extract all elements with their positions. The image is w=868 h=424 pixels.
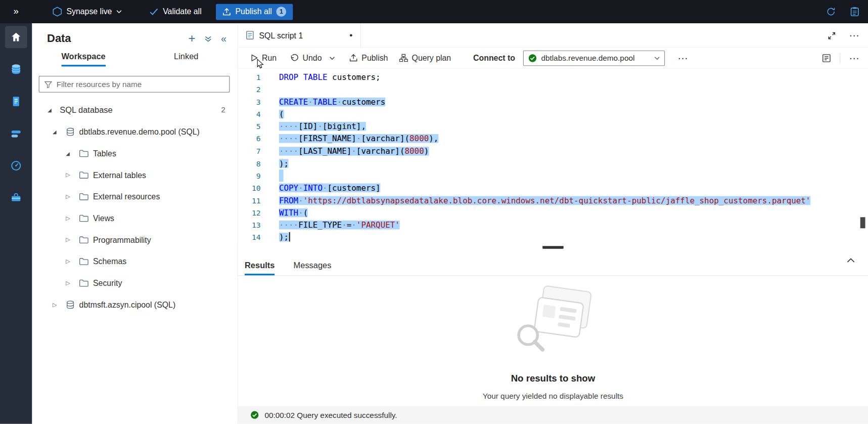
- scrollbar-thumb[interactable]: [860, 217, 865, 228]
- tree-item-label: Views: [93, 214, 114, 223]
- line-number: 2: [238, 83, 261, 96]
- tab-messages[interactable]: Messages: [294, 249, 332, 275]
- collapse-node-icon[interactable]: ◢: [48, 107, 55, 113]
- chevron-up-icon[interactable]: [847, 258, 854, 263]
- validate-all-button[interactable]: Validate all: [150, 7, 202, 16]
- nav-manage[interactable]: [5, 187, 27, 209]
- connection-name: dbtlabs.revenue.demo.pool: [541, 54, 650, 63]
- tab-results[interactable]: Results: [245, 249, 275, 275]
- splitter-handle[interactable]: [542, 246, 564, 248]
- code-text: WITH·(: [279, 206, 308, 219]
- folder-icon: [79, 171, 89, 179]
- tab-results-label: Results: [245, 261, 275, 276]
- code-line[interactable]: 11FROM·'https://dbtlabsynapsedatalake.bl…: [238, 194, 868, 206]
- add-resource-button[interactable]: +: [188, 33, 195, 44]
- refresh-icon[interactable]: [826, 7, 836, 17]
- run-label: Run: [262, 54, 277, 63]
- code-line[interactable]: 12WITH·(: [238, 206, 868, 219]
- toolbox-icon: [10, 192, 22, 204]
- empty-results-illustration: [506, 285, 600, 362]
- code-line[interactable]: 10COPY·INTO·[customers]: [238, 182, 868, 194]
- tab-linked[interactable]: Linked: [135, 52, 238, 70]
- code-line[interactable]: 3CREATE·TABLE·customers: [238, 96, 868, 108]
- tree-item[interactable]: ▷Schemas: [32, 250, 238, 272]
- code-line[interactable]: 4(: [238, 108, 868, 120]
- expand-node-icon[interactable]: ▷: [66, 280, 73, 286]
- code-line[interactable]: 8);: [238, 157, 868, 169]
- nav-monitor[interactable]: [5, 155, 27, 177]
- tab-messages-label: Messages: [294, 261, 332, 276]
- pool-icon: [66, 127, 75, 136]
- doc-tab-title: SQL script 1: [259, 31, 303, 40]
- line-number: 10: [238, 182, 261, 194]
- expand-editor-icon[interactable]: [828, 31, 836, 39]
- query-plan-button[interactable]: Query plan: [399, 54, 451, 63]
- code-line[interactable]: 9: [238, 169, 868, 182]
- code-text: DROP TABLE customers;: [279, 71, 381, 83]
- tab-sql-script-1[interactable]: SQL script 1 ●: [238, 23, 361, 47]
- script-toolbar: Run Undo Publish: [238, 48, 868, 69]
- expand-node-icon[interactable]: ▷: [66, 193, 73, 199]
- results-tabbar: Results Messages: [238, 249, 868, 276]
- code-text: );: [279, 157, 289, 169]
- tabstrip-more-icon[interactable]: ⋯: [849, 33, 859, 38]
- nav-integrate[interactable]: [5, 122, 27, 145]
- expand-node-icon[interactable]: ▷: [66, 172, 73, 178]
- line-number: 13: [238, 219, 261, 231]
- undo-button[interactable]: Undo: [290, 54, 322, 63]
- code-text: (: [279, 108, 284, 120]
- expand-node-icon[interactable]: ▷: [66, 215, 73, 221]
- publish-count-badge: 1: [277, 7, 287, 17]
- tree-item[interactable]: ▷Views: [32, 207, 238, 229]
- tree-item[interactable]: ◢dbtlabs.revenue.demo.pool (SQL): [32, 121, 238, 143]
- publish-all-button[interactable]: Publish all 1: [216, 4, 293, 20]
- database-icon: [10, 63, 22, 75]
- tree-item[interactable]: ▷External tables: [32, 164, 238, 186]
- run-button[interactable]: Run: [250, 54, 277, 63]
- expand-rail-icon[interactable]: »: [0, 6, 32, 17]
- expand-node-icon[interactable]: ▷: [66, 237, 73, 243]
- tree-item-label: SQL database: [60, 105, 112, 115]
- line-number: 9: [238, 169, 261, 182]
- collapse-node-icon[interactable]: ◢: [66, 150, 73, 156]
- clipboard-icon[interactable]: [850, 7, 859, 17]
- tree-item[interactable]: ▷External resources: [32, 186, 238, 207]
- pipeline-icon: [10, 128, 22, 140]
- tree-item[interactable]: ▷Programmability: [32, 229, 238, 250]
- code-line[interactable]: 5····[ID]·[bigint],: [238, 120, 868, 133]
- nav-develop[interactable]: [5, 90, 27, 112]
- toolbar-more-icon[interactable]: ⋯: [678, 55, 688, 61]
- code-line[interactable]: 14);: [238, 231, 868, 243]
- toolbar-right-more-icon[interactable]: ⋯: [849, 55, 859, 61]
- connection-dropdown[interactable]: dbtlabs.revenue.demo.pool: [523, 50, 664, 66]
- filter-input[interactable]: [57, 80, 230, 89]
- tree-item[interactable]: ◢SQL database2: [32, 99, 238, 121]
- tree-item[interactable]: ▷dbtmsft.azsyn.cipool (SQL): [32, 293, 238, 315]
- tab-workspace[interactable]: Workspace: [32, 52, 135, 70]
- publish-button[interactable]: Publish: [349, 54, 388, 63]
- code-text: FROM·'https://dbtlabsynapsedatalake.blob…: [279, 194, 811, 206]
- collapse-node-icon[interactable]: ◢: [53, 129, 60, 135]
- query-plan-label: Query plan: [412, 54, 451, 63]
- code-line[interactable]: 1DROP TABLE customers;: [238, 71, 868, 83]
- undo-redo-dropdown[interactable]: [330, 56, 335, 60]
- code-line[interactable]: 6····[FIRST_NAME]·[varchar](8000),: [238, 133, 868, 145]
- code-editor[interactable]: 1DROP TABLE customers;23CREATE·TABLE·cus…: [238, 69, 868, 246]
- tree-item-label: dbtlabs.revenue.demo.pool (SQL): [79, 127, 200, 136]
- connected-check-icon: [528, 54, 537, 63]
- tree-item[interactable]: ▷Security: [32, 272, 238, 294]
- properties-icon[interactable]: [822, 54, 831, 63]
- nav-data[interactable]: [5, 58, 27, 80]
- chevron-down-icon: [654, 56, 660, 60]
- code-line[interactable]: 7····[LAST_NAME]·[varchar](8000): [238, 145, 868, 157]
- collapse-all-icon[interactable]: [204, 34, 212, 42]
- mode-switcher[interactable]: Synapse live: [53, 7, 122, 17]
- code-line[interactable]: 2: [238, 83, 868, 96]
- tree-item[interactable]: ◢Tables: [32, 142, 238, 164]
- nav-home[interactable]: [5, 26, 27, 48]
- expand-node-icon[interactable]: ▷: [53, 302, 60, 308]
- panel-splitter[interactable]: [238, 245, 868, 249]
- code-line[interactable]: 13····FILE_TYPE·=·'PARQUET': [238, 219, 868, 231]
- collapse-panel-icon[interactable]: «: [221, 33, 226, 44]
- expand-node-icon[interactable]: ▷: [66, 258, 73, 264]
